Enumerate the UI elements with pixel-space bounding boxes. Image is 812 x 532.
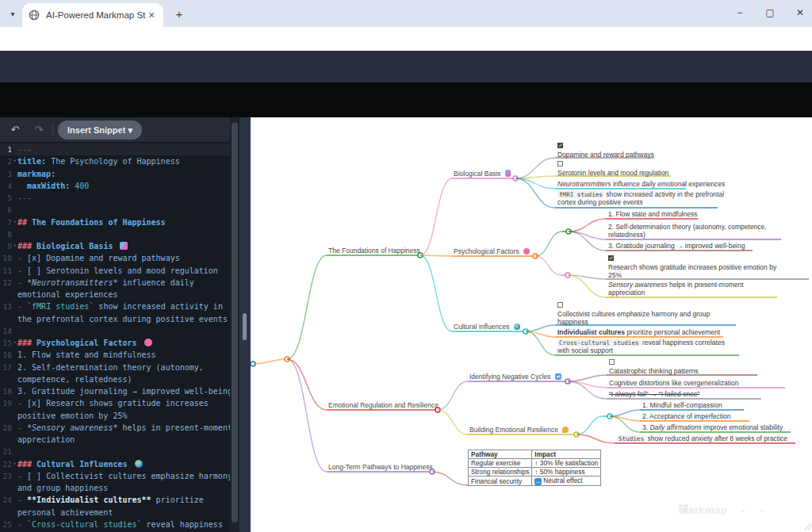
map-node-emotional[interactable]: Emotional Regulation and Resilience — [328, 401, 439, 410]
map-node-biological[interactable]: Biological Basis — [454, 170, 511, 178]
code-line: 14 — [0, 325, 230, 337]
code-line: 10- [x] Dopamine and reward pathways — [0, 252, 230, 264]
code-line: 4 maxWidth: 400 — [0, 180, 230, 192]
app-toolbar: File Generate with AI Describe with AI — [0, 82, 812, 117]
code-line: 9▾### Biological Basis — [0, 240, 230, 252]
map-node-neg2[interactable]: Cognitive distortions like overgeneraliz… — [609, 379, 738, 387]
checkbox-unchecked[interactable] — [557, 161, 563, 166]
map-node-bio3[interactable]: Neurotransmitters influence daily emotio… — [557, 180, 725, 188]
map-node-cul3[interactable]: Cross-cultural studies reveal happiness … — [557, 339, 725, 354]
table-row: Financial security↔Neutral effect — [469, 477, 601, 486]
code-line: 19- [x] Research shows gratitude increas… — [0, 397, 230, 409]
tab-close-icon[interactable]: ✕ — [146, 10, 157, 21]
table-header: Pathway — [469, 450, 532, 459]
code-line: 20- *Sensory awareness* helps in present… — [0, 422, 230, 434]
editor-scrollbar-thumb[interactable] — [232, 122, 238, 522]
window-close-button[interactable]: ✕ — [784, 0, 812, 25]
map-node-psy2[interactable]: 2. Self-determination theory (autonomy, … — [608, 223, 767, 239]
window-maximize-button[interactable]: ▢ — [754, 0, 786, 25]
code-editor[interactable]: 1---2▾title: The Psychology of Happiness… — [0, 144, 230, 532]
code-line: 7▾## The Foundations of Happiness — [0, 216, 230, 228]
globe-favicon-icon — [29, 10, 40, 21]
map-node-foundations[interactable]: The Foundations of Happiness — [328, 247, 420, 255]
resize-grip-icon[interactable] — [805, 523, 811, 530]
checkbox-checked[interactable] — [608, 255, 614, 261]
redo-button[interactable]: ↷ — [30, 124, 48, 136]
zoom-out-button[interactable]: − — [759, 506, 764, 515]
window-minimize-button[interactable]: − — [724, 0, 756, 25]
markmap-watermark-toolbar: markmap ＋ − — [679, 504, 764, 516]
map-node-bio4[interactable]: fMRI studies show increased activity in … — [557, 190, 724, 206]
map-node-building[interactable]: Building Emotional Resilience — [469, 426, 569, 434]
code-line: 172. Self-determination theory (autonomy… — [0, 362, 230, 373]
code-line: 13- `fMRI studies` show increased activi… — [0, 300, 230, 312]
code-line: 12- *Neurotransmitters* influence daily — [0, 277, 230, 289]
code-line: 23- [ ] Collectivist cultures emphasize … — [0, 470, 230, 482]
dna-icon — [120, 242, 128, 250]
map-node-bio2[interactable]: Serotonin levels and mood regulation — [557, 161, 668, 177]
map-node-neg1[interactable]: Catastrophic thinking patterns — [609, 359, 698, 375]
code-line: 8 — [0, 228, 230, 240]
map-node-studies[interactable]: Studies show reduced anxiety after 8 wee… — [617, 434, 787, 442]
map-node-identifying[interactable]: Identifying Negative Cycles — [469, 373, 561, 381]
code-line: competence, relatedness) — [0, 373, 230, 385]
map-node-cultural[interactable]: Cultural Influences — [454, 323, 520, 331]
globe-icon — [135, 460, 143, 468]
brain-icon — [144, 339, 152, 346]
map-node-cul1[interactable]: Collectivist cultures emphasize harmony … — [557, 302, 710, 326]
zoom-in-button[interactable]: ＋ — [738, 506, 748, 515]
code-line: 24- **Individualist cultures** prioritiz… — [0, 494, 230, 506]
undo-button[interactable]: ↶ — [6, 124, 24, 136]
code-line: 21 — [0, 446, 230, 457]
markdown-editor-panel: ↶ ↷ Insert Snippet ▾ 1---2▾title: The Ps… — [0, 117, 239, 532]
dark-mode-button[interactable] — [679, 504, 688, 514]
map-node-bld2[interactable]: 2. Acceptance of imperfection — [642, 412, 731, 420]
tab-search-icon[interactable]: ▾ — [6, 8, 19, 21]
checkbox-checked[interactable] — [557, 143, 563, 148]
code-line: 15▾### Psychological Factors — [0, 337, 230, 349]
map-node-psy3[interactable]: 3. Gratitude journaling → improved well-… — [608, 242, 745, 250]
map-node-psy1[interactable]: 1. Flow state and mindfulness — [608, 210, 697, 218]
code-line: 5--- — [0, 192, 230, 204]
insert-snippet-button[interactable]: Insert Snippet ▾ — [58, 121, 142, 140]
map-node-cul2[interactable]: Individualist cultures prioritize person… — [557, 328, 720, 336]
map-node-psychological[interactable]: Psychological Factors — [454, 247, 530, 256]
map-node-longterm[interactable]: Long-Term Pathways to Happiness — [328, 463, 433, 472]
mindmap-panel[interactable]: The Foundations of HappinessEmotional Re… — [251, 117, 812, 532]
brain-icon — [523, 248, 530, 255]
code-line: 11- [ ] Serotonin levels and mood regula… — [0, 265, 230, 277]
map-node-psyb1[interactable]: Research shows gratitude increases posit… — [608, 255, 776, 279]
map-node-bio1[interactable]: Dopamine and reward pathways — [557, 143, 654, 159]
new-tab-button[interactable]: + — [171, 6, 187, 22]
map-node-neg3[interactable]: “I always fail” → “I failed once” — [609, 390, 699, 398]
pathways-impact-table[interactable]: PathwayImpactRegular exercise↑ 30% life … — [468, 450, 601, 486]
code-line: personal achievement — [0, 507, 230, 519]
app-header: AI-Powered Markmap Studio Create beautif… — [0, 51, 812, 82]
editor-toolbar: ↶ ↷ Insert Snippet ▾ — [0, 117, 239, 142]
panel-resize-handle[interactable] — [243, 313, 247, 340]
browser-window: ▾ AI-Powered Markmap Studio ✕ + − ▢ ✕ ← … — [0, 0, 812, 532]
code-line: 22▾### Cultural Influences — [0, 458, 230, 470]
code-line: 25- `Cross-cultural studies` reveal happ… — [0, 519, 230, 530]
code-line: 183. Gratitude journaling → improved wel… — [0, 385, 230, 397]
repeat-icon — [555, 373, 561, 380]
neutral-arrow-icon: ↔ — [534, 478, 542, 485]
tab-bar: ▾ AI-Powered Markmap Studio ✕ + − ▢ ✕ — [0, 0, 812, 27]
map-node-bld1[interactable]: 1. Mindful self-compassion — [642, 401, 722, 409]
mindmap-nodes-layer: The Foundations of HappinessEmotional Re… — [251, 117, 812, 532]
checkbox-unchecked[interactable] — [609, 359, 615, 365]
editor-scrollbar — [230, 117, 239, 532]
checkbox-unchecked[interactable] — [557, 302, 563, 308]
code-line: 3markmap: — [0, 168, 230, 180]
editor-toolbar-separator — [52, 124, 53, 136]
code-line: and group happiness — [0, 482, 230, 494]
code-line: the prefrontal cortex during positive ev… — [0, 313, 230, 325]
code-line: positive emotion by 25% — [0, 410, 230, 422]
table-row: Strong relationships↑ 50% happiness — [469, 468, 601, 477]
browser-tab[interactable]: AI-Powered Markmap Studio ✕ — [22, 3, 163, 27]
tab-title: AI-Powered Markmap Studio — [46, 10, 146, 20]
muscle-icon — [562, 427, 569, 433]
map-node-psyb2[interactable]: Sensory awareness helps in present-momen… — [608, 281, 744, 297]
code-line: appreciation — [0, 434, 230, 446]
map-node-bld3[interactable]: 3. Daily affirmations improve emotional … — [642, 423, 783, 431]
